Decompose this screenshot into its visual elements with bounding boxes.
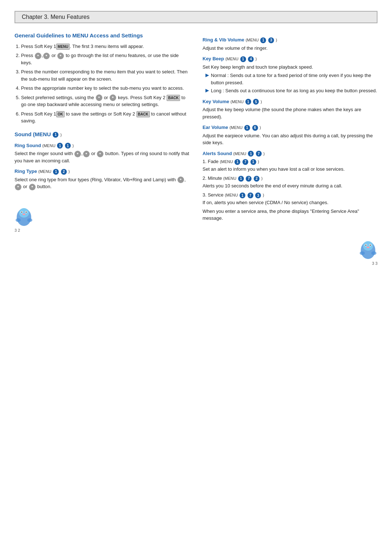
svg-point-4 [21,211,23,212]
step-4: Press the appropriate number key to sele… [21,85,189,92]
svg-point-10 [363,241,373,251]
ear-volume-num1: 1 [244,125,250,131]
key-beep-num2: 4 [248,56,254,62]
service-num3: 3 [255,193,261,198]
alerts-fade-item: 1. Fade (MENU 1 7 1 ) Set an alert to in… [203,159,377,173]
minute-num3: 2 [254,176,260,182]
svg-point-5 [26,211,27,212]
step-3: Press the number corresponding to the me… [21,68,189,82]
mascot-right-icon [359,239,377,261]
minute-num2: 7 [246,176,252,182]
key-volume-subsection: Key Volume (MENU 1 5 ) [203,99,377,105]
svg-point-15 [367,247,369,248]
svg-point-14 [370,244,371,246]
page-num-left: 3 2 [15,228,20,232]
page: Chapter 3. Menu Features General Guideli… [0,0,392,555]
minute-num1: 1 [238,176,244,182]
ring-vib-body: Adjust the volume of the ringer. [203,45,377,52]
svg-point-13 [366,244,367,246]
key-volume-body: Adjust the key beep volume (the sound th… [203,106,377,120]
step-6: Press Soft Key 1OK to save the settings … [21,110,189,125]
mascot-left-icon [15,206,33,228]
svg-point-8 [27,218,32,222]
step-2: Press , or to go through the list of men… [21,52,189,66]
service-body-1: If on, alerts you when service (CDMA / N… [203,199,377,206]
key-beep-bullet-2: ▶ Long : Sends out a continuous tone for… [205,87,377,94]
service-num1: 1 [240,193,245,198]
ring-sound-subsection: Ring Sound (MENU 1 1 ) [15,143,189,149]
nav-icon-2 [43,53,50,59]
alerts-sound-num2: 7 [256,151,262,157]
step-1: Press Soft Key 1MENU. The first 3 menu i… [21,43,189,50]
key-beep-body: Set Key beep length and touch tone playb… [203,64,377,71]
key-beep-bullet-1-text: Normal : Sends out a tone for a fixed pe… [211,72,377,86]
svg-point-7 [16,218,21,222]
svg-point-6 [23,214,25,215]
fade-body: Set an alert to inform you when you have… [203,166,377,173]
sound-menu-num: 1 [53,132,58,138]
ring-type-num2: 2 [61,169,67,175]
nav-icon-7 [83,151,90,157]
ear-volume-subsection: Ear Volume (MENU 1 6 ) [203,125,377,131]
sound-menu-label: (MENU [33,131,51,137]
nav-icon-9 [177,177,184,183]
ring-sound-num1: 1 [57,143,63,149]
mascot-right-container: 3 3 [359,239,377,266]
svg-point-16 [360,251,365,255]
chapter-title: Chapter 3. Menu Features [15,11,377,23]
fade-num2: 7 [242,159,248,165]
fade-num1: 1 [234,159,240,165]
ring-sound-num2: 1 [65,143,71,149]
ring-type-body: Select one ring type from four types (Ri… [15,176,189,190]
minute-body: Alerts you 10 seconds before the end of … [203,182,377,190]
nav-icon-5 [110,94,116,101]
page-footer-left: 3 2 [15,192,189,232]
service-num2: 7 [248,193,253,198]
bullet-arrow-1: ▶ [205,72,209,78]
nav-icon-3 [57,53,64,59]
two-col-layout: General Guidelines to MENU Access and Se… [15,32,377,540]
service-body-2: When you enter a service area, the phone… [203,208,377,222]
page-footer-right: 3 3 [203,225,377,266]
chapter-title-text: Chapter 3. Menu Features [22,14,90,20]
key-beep-subsection: Key Beep (MENU 1 4 ) [203,56,377,62]
key-beep-num1: 1 [240,56,246,62]
right-column: Ring & Vib Volume (MENU 1 3 ) Adjust the… [203,32,377,540]
service-title: 3. Service (MENU 1 7 3 ) [203,192,377,198]
sound-section-title: Sound (MENU 1 ) [15,131,189,138]
fade-title: 1. Fade (MENU 1 7 1 ) [203,159,377,165]
nav-icon-8 [97,151,103,157]
nav-icon-6 [74,151,81,157]
svg-point-1 [19,208,29,218]
ok-key-badge: OK [56,111,65,117]
nav-icon-11 [29,184,36,190]
ring-vib-subsection: Ring & Vib Volume (MENU 1 3 ) [203,37,377,43]
key-volume-num1: 1 [245,99,251,105]
sound-paren-close: ) [60,133,62,137]
ear-volume-body: Adjust the earpiece volume. You can also… [203,132,377,146]
mascot-left-container: 3 2 [15,206,33,232]
alerts-minute-item: 2. Minute (MENU 1 7 2 ) Alerts you 10 se… [203,175,377,189]
back-key-badge-2: BACK [136,111,150,117]
ring-type-subsection: Ring Type (MENU 1 2 ) [15,169,189,175]
ring-vib-num1: 1 [260,37,266,43]
menu-key-badge: MENU [56,44,70,50]
steps-list: Press Soft Key 1MENU. The first 3 menu i… [15,43,189,125]
alerts-sound-num1: 1 [248,151,254,157]
svg-point-17 [371,251,376,255]
nav-icon-10 [15,184,21,190]
ring-sound-body: Select the ringer sound with , or button… [15,150,189,164]
back-key-badge-1: BACK [167,95,180,101]
bullet-arrow-2: ▶ [205,88,209,93]
alerts-service-item: 3. Service (MENU 1 7 3 ) If on, alerts y… [203,192,377,222]
ear-volume-num2: 6 [252,125,258,131]
ring-type-num1: 1 [53,169,59,175]
page-num-right: 3 3 [372,261,377,266]
ring-vib-num2: 3 [268,37,274,43]
nav-icon-1 [35,53,41,59]
key-beep-bullet-1: ▶ Normal : Sends out a tone for a fixed … [205,72,377,86]
alerts-sound-subsection: Alerts Sound (MENU 1 7 ) [203,151,377,157]
minute-title: 2. Minute (MENU 1 7 2 ) [203,175,377,182]
key-beep-bullet-2-text: Long : Sends out a continuous tone for a… [211,87,377,94]
general-guidelines-title: General Guidelines to MENU Access and Se… [15,32,189,39]
